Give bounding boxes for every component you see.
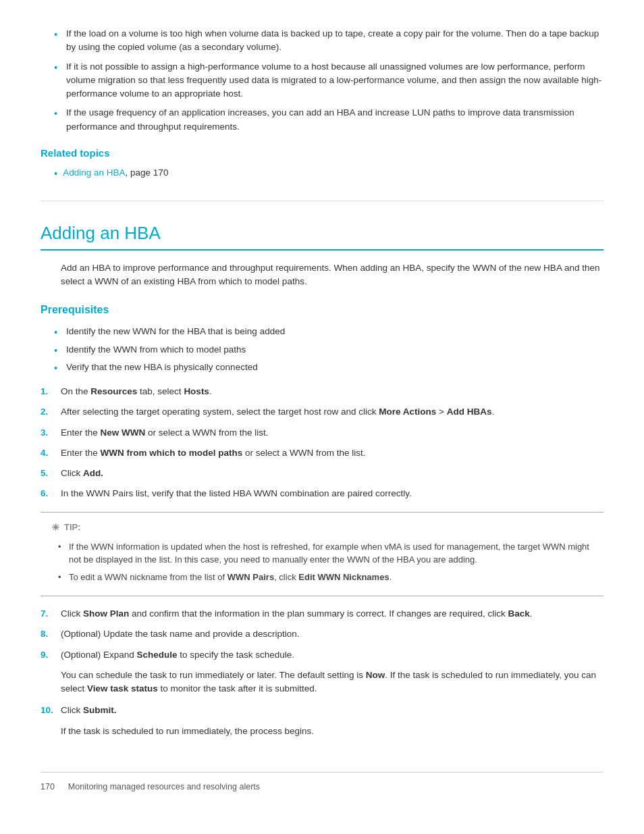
- prerequisites-heading: Prerequisites: [41, 302, 603, 318]
- bullet-item-3: If the usage frequency of an application…: [54, 106, 603, 134]
- intro-paragraph: Add an HBA to improve performance and th…: [61, 261, 603, 289]
- tip-label: TIP:: [64, 521, 81, 534]
- related-topics-section: Related topics Adding an HBA , page 170: [41, 146, 603, 182]
- prerequisites-section: Prerequisites Identify the new WWN for t…: [41, 302, 603, 374]
- prereq-list: Identify the new WWN for the HBA that is…: [41, 325, 603, 374]
- prereq-item-3: Verify that the new HBA is physically co…: [54, 361, 603, 374]
- related-topics-item: Adding an HBA , page 170: [54, 166, 603, 182]
- prereq-item-2: Identify the WWN from which to model pat…: [54, 343, 603, 357]
- tip-header: ☀ TIP:: [51, 521, 593, 535]
- step-7: 7. Click Show Plan and confirm that the …: [41, 607, 603, 621]
- step-1: 1. On the Resources tab, select Hosts.: [41, 385, 603, 398]
- step-10-note: If the task is scheduled to run immediat…: [61, 725, 603, 738]
- step-8: 8. (Optional) Update the task name and p…: [41, 627, 603, 641]
- step-6: 6. In the WWN Pairs list, verify that th…: [41, 487, 603, 500]
- section-divider: [41, 201, 603, 201]
- footer-text: Monitoring managed resources and resolvi…: [68, 781, 260, 793]
- tip-bullets: If the WWN information is updated when t…: [51, 540, 593, 584]
- prereq-item-1: Identify the new WWN for the HBA that is…: [54, 325, 603, 338]
- tip-icon: ☀: [51, 521, 60, 535]
- related-topics-heading: Related topics: [41, 146, 603, 161]
- tip-bullet-1: If the WWN information is updated when t…: [58, 540, 593, 567]
- bullet-item-2: If it is not possible to assign a high-p…: [54, 60, 603, 101]
- tip-bullet-2: To edit a WWN nickname from the list of …: [58, 571, 593, 584]
- adding-hba-link[interactable]: Adding an HBA: [63, 166, 125, 180]
- bullet-item-1: If the load on a volume is too high when…: [54, 27, 603, 55]
- step-5: 5. Click Add.: [41, 467, 603, 480]
- step-2: 2. After selecting the target operating …: [41, 405, 603, 419]
- footer: 170 Monitoring managed resources and res…: [41, 772, 603, 793]
- step-3: 3. Enter the New WWN or select a WWN fro…: [41, 426, 603, 440]
- step-4: 4. Enter the WWN from which to model pat…: [41, 446, 603, 460]
- main-heading: Adding an HBA: [41, 220, 603, 251]
- footer-page-number: 170: [41, 781, 55, 793]
- step-9: 9. (Optional) Expand Schedule to specify…: [41, 648, 603, 662]
- schedule-note: You can schedule the task to run immedia…: [61, 669, 603, 696]
- tip-box: ☀ TIP: If the WWN information is updated…: [41, 512, 603, 597]
- related-item-suffix: , page 170: [126, 166, 169, 180]
- intro-bullet-list: If the load on a volume is too high when…: [41, 27, 603, 134]
- step-10: 10. Click Submit.: [41, 704, 603, 717]
- steps-list: 1. On the Resources tab, select Hosts. 2…: [41, 385, 603, 501]
- steps-after-tip: 7. Click Show Plan and confirm that the …: [41, 607, 603, 662]
